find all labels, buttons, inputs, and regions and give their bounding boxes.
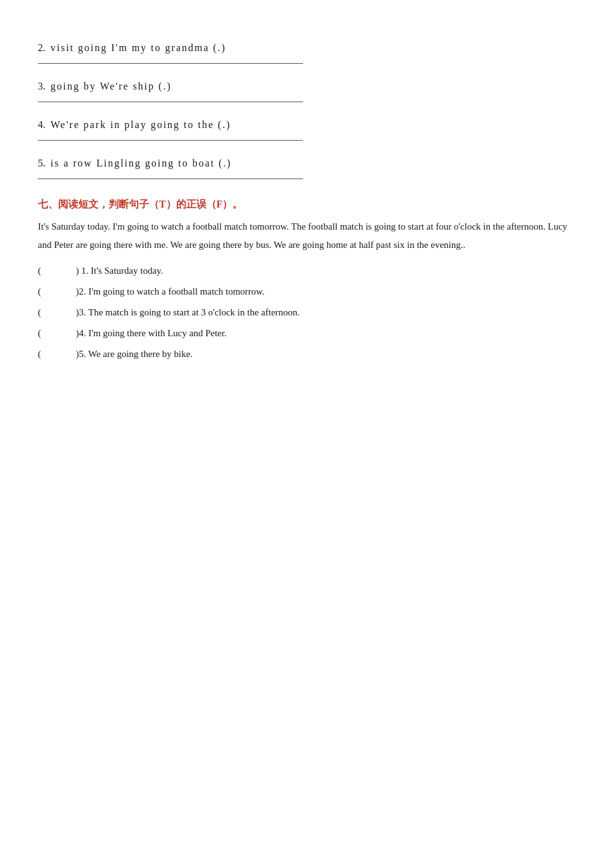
judge-text-4: )4. I'm going there with Lucy and Peter.	[76, 325, 227, 342]
judge-item-3: ( )3. The match is going to start at 3 o…	[38, 304, 575, 321]
reading-passage: It's Saturday today. I'm going to watch …	[38, 218, 575, 254]
judge-item-2: ( )2. I'm going to watch a football matc…	[38, 283, 575, 300]
judge-item-5: ( )5. We are going there by bike.	[38, 346, 575, 363]
judge-paren-1: (	[38, 262, 76, 279]
answer-line-4	[38, 140, 303, 141]
exercise-item-3: 3. going by We're ship (.)	[38, 76, 575, 97]
judge-item-4: ( )4. I'm going there with Lucy and Pete…	[38, 325, 575, 342]
word-list-5: is a row Lingling going to boat (.)	[51, 158, 232, 168]
exercise-section: 2. visit going I'm my to grandma (.) 3. …	[38, 38, 575, 179]
word-list-2: visit going I'm my to grandma (.)	[51, 42, 226, 53]
exercise-item-4: 4. We're park in play going to the (.)	[38, 115, 575, 135]
section7: 七、阅读短文，判断句子（T）的正误（F）。 It's Saturday toda…	[38, 198, 575, 363]
answer-line-2	[38, 63, 303, 64]
item-number-4: 4.	[38, 119, 45, 130]
judge-text-2: )2. I'm going to watch a football match …	[76, 283, 265, 300]
exercise-item-5: 5. is a row Lingling going to boat (.)	[38, 153, 575, 173]
judge-paren-5: (	[38, 346, 76, 363]
item-number-5: 5.	[38, 158, 45, 168]
judge-paren-2: (	[38, 283, 76, 300]
item-number-2: 2.	[38, 42, 45, 53]
word-list-3: going by We're ship (.)	[51, 81, 172, 91]
word-list-4: We're park in play going to the (.)	[51, 119, 231, 130]
section7-header: 七、阅读短文，判断句子（T）的正误（F）。	[38, 198, 575, 211]
judge-text-5: )5. We are going there by bike.	[76, 346, 193, 363]
exercise-item-2: 2. visit going I'm my to grandma (.)	[38, 38, 575, 58]
item-number-3: 3.	[38, 81, 45, 91]
judge-text-3: )3. The match is going to start at 3 o'c…	[76, 304, 300, 321]
judge-item-1: ( ) 1. It's Saturday today.	[38, 262, 575, 279]
answer-line-3	[38, 102, 303, 102]
answer-line-5	[38, 179, 303, 179]
judge-text-1: ) 1. It's Saturday today.	[76, 262, 163, 279]
judge-paren-4: (	[38, 325, 76, 342]
judge-paren-3: (	[38, 304, 76, 321]
